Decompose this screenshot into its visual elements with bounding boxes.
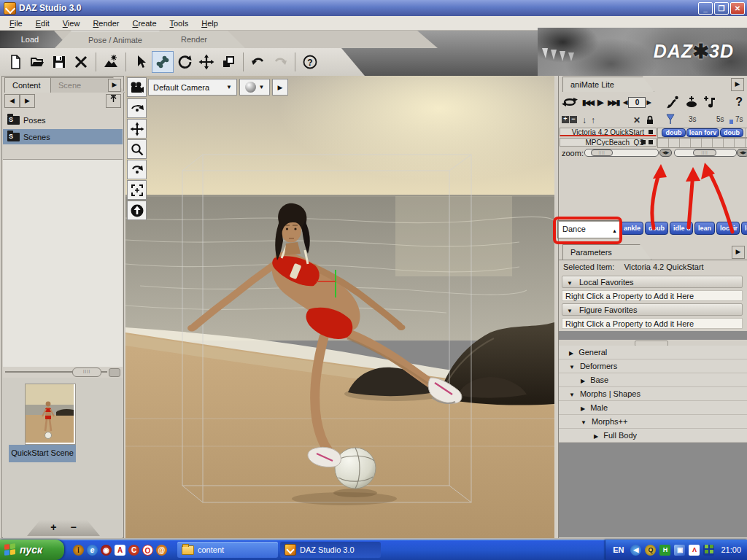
- render-button[interactable]: [100, 51, 122, 73]
- camera-menu-button[interactable]: [127, 77, 147, 97]
- rotate-tool-button[interactable]: [174, 51, 196, 73]
- track-mute-square[interactable]: [649, 140, 653, 144]
- track-timeline[interactable]: doub lean forv doub: [657, 128, 747, 138]
- move-track-up-icon[interactable]: ↑: [591, 115, 595, 125]
- zoom-camera-button[interactable]: [127, 139, 147, 159]
- add-animate-track-button[interactable]: [703, 94, 716, 110]
- pan-camera-button[interactable]: [127, 119, 147, 139]
- viewport-options-button[interactable]: ▶: [272, 79, 288, 96]
- tray-health-icon[interactable]: H: [659, 545, 670, 556]
- animation-category-dropdown[interactable]: Dance ▲: [557, 220, 620, 238]
- save-button[interactable]: [48, 51, 70, 73]
- quick-launch-player-icon[interactable]: ◉: [101, 545, 112, 556]
- quick-launch-acrobat-icon[interactable]: A: [115, 545, 125, 556]
- menu-file[interactable]: File: [3, 18, 29, 29]
- quick-launch-mail-icon[interactable]: @: [156, 545, 167, 556]
- frame-stepper[interactable]: ◀ 0 ▶: [623, 94, 651, 110]
- tray-search-icon[interactable]: Q: [645, 545, 656, 556]
- quick-launch-c-icon[interactable]: C: [128, 545, 139, 556]
- undo-button[interactable]: [247, 51, 269, 73]
- menu-render[interactable]: Render: [86, 18, 125, 29]
- pose-block-button[interactable]: lockir: [741, 222, 747, 235]
- translate-tool-button[interactable]: [196, 51, 217, 73]
- folder-item-scenes[interactable]: Scenes: [3, 129, 123, 144]
- animation-clip[interactable]: doub: [662, 128, 686, 137]
- menu-help[interactable]: Help: [195, 18, 225, 29]
- animate-help-button[interactable]: ?: [735, 94, 743, 110]
- thumb-zoom-in-button[interactable]: +: [50, 520, 56, 534]
- tree-item-base[interactable]: ▶Base: [559, 373, 747, 387]
- nav-up-button[interactable]: [106, 94, 121, 108]
- pose-block-button[interactable]: lockir: [716, 222, 740, 235]
- help-button[interactable]: ?: [299, 51, 321, 73]
- zoom-slider-cap-left[interactable]: ◀▶: [659, 149, 672, 157]
- parameters-menu-arrow-icon[interactable]: ▶: [732, 246, 745, 259]
- tab-animate-lite[interactable]: aniMate Lite: [562, 77, 654, 92]
- shading-style-button[interactable]: ▼: [239, 79, 270, 96]
- nav-forward-button[interactable]: ▶: [20, 94, 35, 108]
- expand-tracks-button[interactable]: +: [562, 116, 569, 123]
- bone-tool-button[interactable]: [152, 51, 174, 73]
- new-file-button[interactable]: [4, 51, 26, 73]
- quick-launch-info-icon[interactable]: i: [73, 545, 84, 556]
- camera-selector[interactable]: Default Camera ▼: [148, 79, 237, 96]
- section-local-favorites[interactable]: ▼ Local Favorites: [562, 276, 743, 288]
- language-indicator[interactable]: EN: [613, 545, 624, 554]
- task-button-content[interactable]: content: [177, 542, 278, 558]
- frame-back-icon[interactable]: ◀: [623, 99, 627, 106]
- rotate-camera-button[interactable]: [127, 160, 147, 179]
- menu-view[interactable]: View: [56, 18, 87, 29]
- scene-thumbnail-caption[interactable]: QuickStart Scene: [9, 445, 76, 462]
- slider-cap[interactable]: [109, 368, 120, 377]
- play-button[interactable]: ▶: [597, 94, 603, 110]
- quick-launch-ie-icon[interactable]: e: [87, 545, 98, 556]
- animate-panel-menu-arrow-icon[interactable]: ▶: [731, 78, 744, 91]
- thumbnail-size-slider[interactable]: ||||: [5, 368, 120, 376]
- menu-tools[interactable]: Tools: [163, 18, 196, 29]
- pose-block-button[interactable]: idle d: [670, 222, 693, 235]
- track-timeline[interactable]: [657, 138, 747, 148]
- node-tool-button[interactable]: [217, 51, 239, 73]
- tree-item-general[interactable]: ▶General: [559, 346, 747, 359]
- menu-edit[interactable]: Edit: [29, 18, 56, 29]
- track-mute-square[interactable]: [649, 130, 653, 134]
- reset-camera-button[interactable]: [127, 201, 147, 220]
- thumb-zoom-out-button[interactable]: −: [71, 520, 77, 534]
- task-button-daz-studio[interactable]: DAZ Studio 3.0: [280, 542, 381, 558]
- animation-clip[interactable]: lean forv: [686, 128, 719, 137]
- tree-item-morphs-plus[interactable]: ▼Morphs++: [559, 415, 747, 429]
- animation-clip[interactable]: doub: [720, 128, 743, 137]
- start-button[interactable]: пуск: [0, 540, 64, 560]
- tree-item-deformers[interactable]: ▼Deformers: [559, 359, 747, 373]
- tray-antivirus-icon[interactable]: Λ: [689, 545, 700, 556]
- close-button[interactable]: ✕: [730, 2, 745, 15]
- track-name[interactable]: Victoria 4.2 QuickStart: [560, 128, 657, 136]
- tree-item-full-body[interactable]: ▶Full Body: [559, 429, 747, 443]
- add-animate-block-button[interactable]: [685, 94, 698, 110]
- panel-menu-arrow-icon[interactable]: ▶: [108, 79, 121, 92]
- tray-hide-icons-icon[interactable]: ◀: [630, 545, 641, 556]
- select-tool-button[interactable]: [130, 51, 152, 73]
- delete-track-icon[interactable]: ✕: [633, 115, 640, 125]
- zoom-slider-cap-right[interactable]: ◀▶: [737, 149, 747, 157]
- delete-button[interactable]: [70, 51, 92, 73]
- open-file-button[interactable]: [26, 51, 48, 73]
- folder-item-poses[interactable]: Poses: [3, 112, 123, 128]
- tray-grid-icon[interactable]: [703, 545, 714, 556]
- orbit-camera-button[interactable]: [127, 98, 147, 118]
- folder-tree-empty-area[interactable]: [3, 159, 123, 367]
- section-figure-favorites[interactable]: ▼ Figure Favorites: [562, 303, 743, 316]
- collapse-tracks-button[interactable]: −: [570, 116, 577, 123]
- move-track-down-icon[interactable]: ↓: [582, 115, 587, 125]
- menu-create[interactable]: Create: [125, 18, 163, 29]
- track-square[interactable]: [641, 140, 646, 144]
- loop-playback-button[interactable]: [562, 94, 578, 110]
- animate-walk-button[interactable]: [666, 94, 681, 110]
- spinner-up-icon[interactable]: ▲: [612, 222, 617, 239]
- playhead-marker-icon[interactable]: [665, 114, 676, 126]
- frame-forward-icon[interactable]: ▶: [646, 99, 651, 106]
- frame-view-button[interactable]: [127, 180, 147, 200]
- pose-block-button[interactable]: lean: [694, 222, 715, 235]
- tree-item-morphs-shapes[interactable]: ▼Morphs | Shapes: [559, 387, 747, 401]
- frame-counter[interactable]: 0: [628, 97, 646, 108]
